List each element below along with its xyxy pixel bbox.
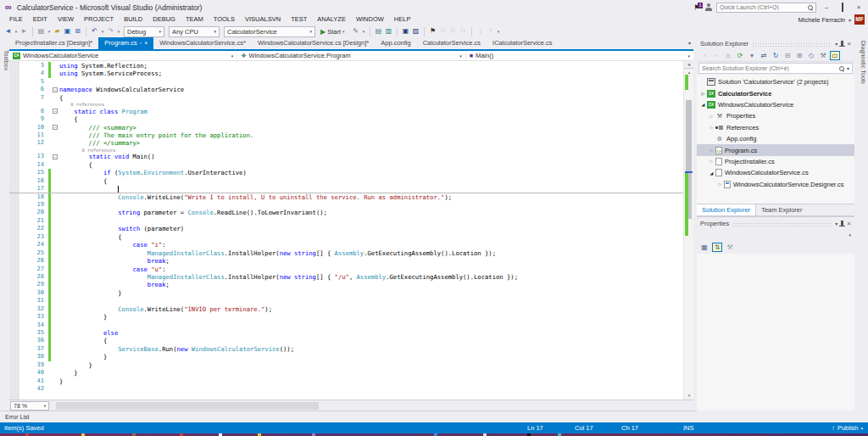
window-position-caret-icon[interactable]: ▾ (835, 41, 837, 47)
code-line[interactable]: 24 case "i": (9, 241, 683, 249)
props-categorized-icon[interactable]: ▦ (699, 243, 709, 251)
properties-object-dropdown[interactable]: ▾ (698, 230, 853, 240)
tree-item[interactable]: ▷CalculatorService (697, 87, 854, 98)
tab-overflow-caret-icon[interactable]: ▾ (688, 37, 693, 49)
comment-icon[interactable]: ▣ (401, 25, 410, 37)
code-line[interactable]: 5 (9, 78, 683, 86)
se-properties-icon[interactable]: ⚒ (818, 52, 828, 59)
undo-icon[interactable]: ↶ (90, 25, 99, 37)
document-tab[interactable]: Program.cs◦× (98, 37, 153, 49)
code-line[interactable]: 36 { (9, 337, 683, 344)
code-line[interactable]: 20 string parameter = Console.ReadLine()… (9, 209, 683, 216)
expander-icon[interactable]: ▷ (708, 125, 715, 130)
code-line[interactable]: 42 (9, 385, 683, 393)
menu-view[interactable]: VIEW (53, 14, 79, 25)
code-line[interactable]: 4using System.ServiceProcess; (9, 70, 683, 77)
pin-tab-icon[interactable]: ◦ (140, 37, 142, 49)
vertical-scrollbar[interactable]: + ▴ ▾ (683, 61, 693, 400)
menu-build[interactable]: BUILD (119, 14, 147, 25)
se-show-all-files-icon[interactable]: ⊞ (794, 52, 804, 59)
quick-launch-box[interactable] (716, 3, 816, 13)
user-menu-caret-icon[interactable]: ▾ (849, 17, 851, 23)
code-line[interactable]: 35 else (9, 329, 683, 337)
se-sync-icon[interactable]: ⟳ (735, 52, 745, 59)
clear-bookmarks-icon[interactable]: ⚐ (459, 25, 468, 37)
code-line[interactable]: 23 { (9, 233, 683, 241)
code-line[interactable]: 41} (9, 377, 683, 385)
close-button[interactable]: × (853, 3, 865, 13)
se-switch-views-icon[interactable]: ⇄ (759, 52, 769, 59)
minimize-button[interactable]: – (821, 3, 832, 13)
splitter-handle[interactable]: + (684, 61, 693, 69)
document-tab[interactable]: ProjectInstaller.cs [Design]* (9, 37, 98, 49)
code-editor[interactable]: 3using System.Reflection;4using System.S… (9, 61, 693, 400)
code-line[interactable]: 19 (9, 201, 683, 209)
tree-item[interactable]: ▷References (697, 122, 854, 133)
document-tab[interactable]: CalculatorService.cs (417, 37, 487, 49)
code-line[interactable]: 7{ (9, 94, 683, 102)
code-line[interactable]: 26 break; (9, 257, 683, 265)
code-line[interactable]: 15 if (System.Environment.UserInteractiv… (9, 169, 683, 176)
uncomment-icon[interactable]: ▨ (411, 25, 420, 37)
code-line[interactable]: 34 (9, 321, 683, 329)
code-line[interactable]: 16 { (9, 177, 683, 185)
expander-icon[interactable]: ▷ (699, 91, 707, 96)
search-options-caret-icon[interactable]: ▾ (847, 65, 849, 71)
code-line[interactable]: 6–namespace WindowsCalculatorService (9, 86, 683, 93)
notifications-flag-icon[interactable]: ⚑1 (693, 3, 700, 12)
close-tab-icon[interactable]: × (144, 37, 147, 49)
navigate-forward-icon[interactable]: ► (19, 25, 29, 37)
code-line[interactable]: 32 Console.WriteLine("INVIO per terminar… (9, 305, 683, 313)
code-line[interactable]: 37 ServiceBase.Run(new WindowsCalculator… (9, 345, 683, 353)
code-line[interactable]: 14 { (9, 161, 683, 169)
code-line[interactable]: 21 (9, 217, 683, 225)
properties-header[interactable]: Properties ▾ × (697, 217, 854, 229)
document-tab[interactable]: ICalculatorService.cs (487, 37, 558, 49)
restore-button[interactable] (837, 3, 849, 13)
quick-launch-input[interactable] (720, 4, 808, 10)
pin-icon[interactable] (841, 41, 843, 47)
redo-icon[interactable]: ↷ (106, 25, 115, 37)
navigate-backward-caret[interactable]: ▾ (14, 25, 19, 37)
new-project-caret[interactable]: ▾ (47, 25, 52, 37)
close-panel-icon[interactable]: × (847, 40, 851, 48)
tree-item[interactable]: ▷Properties (697, 110, 854, 121)
code-line[interactable]: 40 } (9, 369, 683, 377)
code-line[interactable]: 25 ManagedInstallerClass.InstallHelper(n… (9, 249, 683, 257)
code-line[interactable]: 22 switch (parameter) (9, 225, 683, 232)
attach-caret[interactable]: ▾ (361, 25, 366, 37)
open-folder-icon[interactable]: ▰ (53, 25, 62, 37)
expander-icon[interactable]: ◢ (699, 102, 707, 107)
menu-file[interactable]: FILE (4, 14, 28, 25)
solution-explorer-header[interactable]: Solution Explorer ▾ × (697, 37, 854, 49)
se-collapse-all-icon[interactable]: ⊟ (782, 52, 793, 59)
code-line[interactable]: 30 } (9, 289, 683, 297)
new-project-icon[interactable]: ▤ (36, 25, 46, 37)
code-line[interactable]: 33 } (9, 313, 683, 321)
scroll-down-arrow[interactable]: ▾ (684, 393, 693, 398)
menu-project[interactable]: PROJECT (79, 14, 119, 25)
props-alphabetical-icon[interactable]: ⇅ (712, 243, 722, 252)
member-dropdown[interactable]: ■ Main()▾ (466, 51, 693, 60)
menu-tools[interactable]: TOOLS (209, 14, 240, 25)
menu-edit[interactable]: EDIT (28, 14, 53, 25)
se-back-icon[interactable]: ◦ (699, 52, 709, 59)
tree-item[interactable]: ◢WindowsCalculatorService.cs (697, 167, 854, 178)
code-line[interactable]: 12 /// </summary> (9, 139, 683, 147)
tool-window-tab[interactable]: Team Explorer (756, 204, 807, 215)
tree-item[interactable]: ◢WindowsCalculatorService (697, 99, 854, 110)
document-tab[interactable]: WindowsCalculatorService.cs [Design]* (252, 37, 375, 49)
pin-icon[interactable] (841, 221, 843, 226)
solution-explorer-search-input[interactable] (702, 65, 839, 71)
code-line[interactable]: 9 { (9, 115, 683, 123)
code-line[interactable]: 29 break; (9, 281, 683, 288)
se-view-code-icon[interactable]: ◇ (806, 52, 816, 59)
se-home-icon[interactable]: ⌂ (723, 52, 733, 59)
expander-icon[interactable]: ▷ (708, 148, 715, 153)
code-line[interactable]: 28 ManagedInstallerClass.InstallHelper(n… (9, 273, 683, 281)
user-avatar[interactable]: MF (854, 14, 865, 25)
tree-item[interactable]: Solution 'CalculatorService' (2 projects… (697, 76, 854, 87)
code-line[interactable]: 31 (9, 297, 683, 305)
code-line[interactable]: 18 Console.WriteLine("Write I to install… (9, 193, 683, 201)
se-forward-icon[interactable]: ◦ (711, 52, 721, 59)
